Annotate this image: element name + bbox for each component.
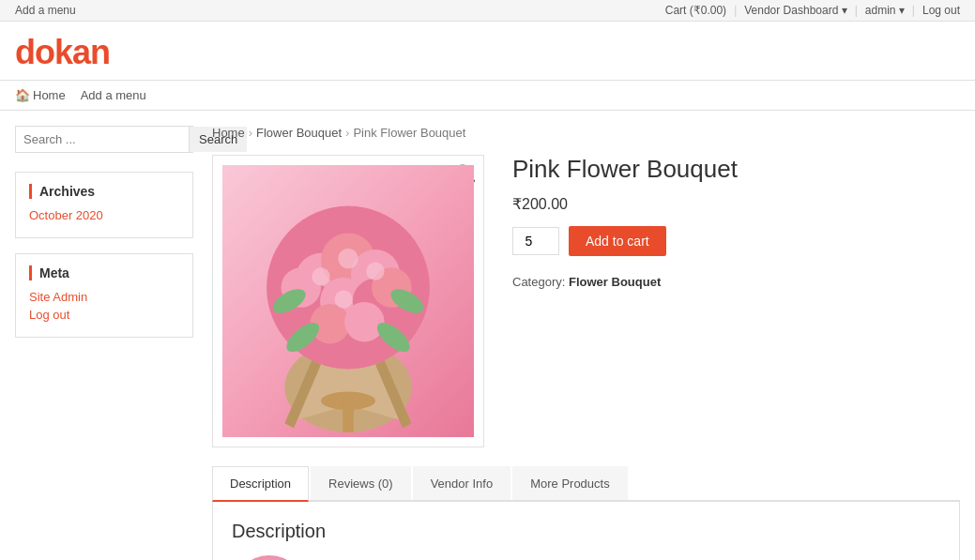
main-layout: Search Archives October 2020 Meta Site A… xyxy=(0,111,975,560)
home-icon: 🏠 xyxy=(15,88,30,102)
archives-oct-2020[interactable]: October 2020 xyxy=(29,208,179,222)
nav-home-link[interactable]: 🏠 Home xyxy=(15,88,66,102)
breadcrumb-current: Pink Flower Bouquet xyxy=(353,126,465,140)
archives-section: Archives October 2020 xyxy=(15,172,193,238)
nav: 🏠 Home Add a menu xyxy=(0,81,975,111)
content: Home › Flower Bouquet › Pink Flower Bouq… xyxy=(212,126,960,560)
header: dokan xyxy=(0,22,975,81)
site-admin-link[interactable]: Site Admin xyxy=(29,290,179,304)
description-image xyxy=(232,555,307,560)
breadcrumb-sep2: › xyxy=(345,126,349,140)
product-category: Category: Flower Bouquet xyxy=(512,275,960,289)
admin-link[interactable]: admin ▾ xyxy=(865,4,905,17)
svg-point-19 xyxy=(366,262,384,280)
top-bar-right: Cart (₹0.00) | Vendor Dashboard ▾ | admi… xyxy=(665,4,960,17)
logo[interactable]: dokan xyxy=(15,33,960,72)
sep2: | xyxy=(855,4,858,17)
logo-text: okan xyxy=(35,33,110,71)
product-price: ₹200.00 xyxy=(512,195,960,213)
tab-description[interactable]: Description xyxy=(212,466,309,502)
category-value-link[interactable]: Flower Bouquet xyxy=(569,275,661,289)
quantity-input[interactable] xyxy=(512,227,559,255)
svg-point-14 xyxy=(344,302,384,341)
nav-add-menu-link[interactable]: Add a menu xyxy=(81,88,146,102)
log-out-link[interactable]: Log out xyxy=(29,308,179,322)
product-section: 🔍 xyxy=(212,155,960,447)
bouquet-svg xyxy=(226,170,470,432)
cart-link[interactable]: Cart (₹0.00) xyxy=(665,4,726,17)
product-title: Pink Flower Bouquet xyxy=(512,155,960,184)
product-image-container: 🔍 xyxy=(212,155,484,447)
tabs-container: Description Reviews (0) Vendor Info More… xyxy=(212,466,960,560)
breadcrumb: Home › Flower Bouquet › Pink Flower Bouq… xyxy=(212,126,960,140)
breadcrumb-category[interactable]: Flower Bouquet xyxy=(256,126,342,140)
top-bar: Add a menu Cart (₹0.00) | Vendor Dashboa… xyxy=(0,0,975,22)
meta-title: Meta xyxy=(29,265,179,280)
tab-reviews[interactable]: Reviews (0) xyxy=(311,466,411,500)
add-to-cart-button[interactable]: Add to cart xyxy=(569,226,666,256)
category-label: Category: xyxy=(512,275,565,289)
svg-rect-5 xyxy=(343,398,354,432)
sep3: | xyxy=(912,4,915,17)
product-details: Pink Flower Bouquet ₹200.00 Add to cart … xyxy=(512,155,960,447)
logo-accent: d xyxy=(15,33,35,71)
sidebar: Search Archives October 2020 Meta Site A… xyxy=(15,126,193,560)
svg-point-20 xyxy=(335,290,353,308)
sep1: | xyxy=(734,4,737,17)
logout-link[interactable]: Log out xyxy=(922,4,960,17)
breadcrumb-sep1: › xyxy=(249,126,252,140)
tab-content: Description xyxy=(212,502,960,560)
category-value: Flower Bouquet xyxy=(569,275,661,289)
breadcrumb-home[interactable]: Home xyxy=(212,126,245,140)
top-bar-left-label[interactable]: Add a menu xyxy=(15,4,76,17)
meta-section: Meta Site Admin Log out xyxy=(15,253,193,338)
description-heading: Description xyxy=(232,521,940,542)
archives-title: Archives xyxy=(29,184,179,199)
tab-more-products[interactable]: More Products xyxy=(512,466,628,500)
search-box: Search xyxy=(15,126,193,153)
search-input[interactable] xyxy=(16,127,189,152)
vendor-dashboard-link[interactable]: Vendor Dashboard ▾ xyxy=(744,4,846,17)
add-to-cart-row: Add to cart xyxy=(512,226,960,256)
tab-vendor-info[interactable]: Vendor Info xyxy=(413,466,511,500)
product-image xyxy=(222,165,474,437)
svg-point-17 xyxy=(312,267,329,285)
nav-home-label: Home xyxy=(33,88,66,102)
tabs: Description Reviews (0) Vendor Info More… xyxy=(212,466,960,502)
svg-point-18 xyxy=(338,249,358,268)
